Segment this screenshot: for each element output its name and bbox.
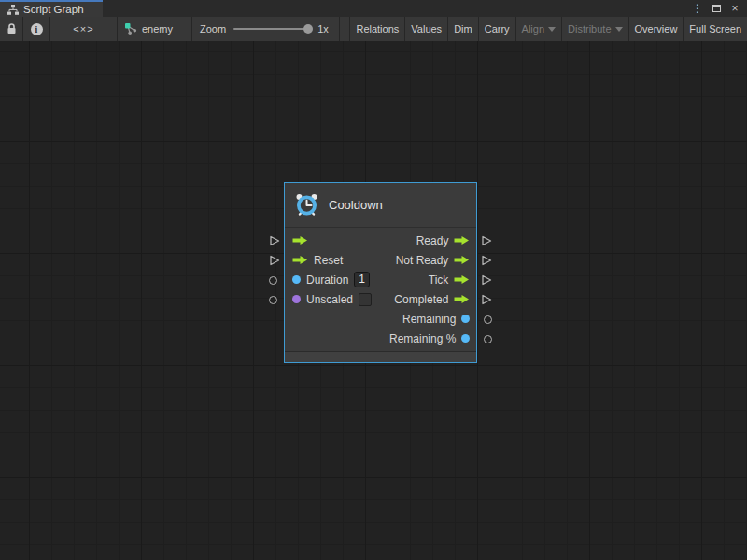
cooldown-node[interactable]: Cooldown Reset xyxy=(284,182,477,363)
node-footer xyxy=(285,351,476,362)
value-port-icon xyxy=(292,295,301,303)
overview-button[interactable]: Overview xyxy=(628,17,684,41)
info-button[interactable]: i xyxy=(23,17,50,41)
lock-button[interactable] xyxy=(0,17,23,41)
relations-button[interactable]: Relations xyxy=(349,17,404,41)
dim-button[interactable]: Dim xyxy=(447,17,478,41)
port-row-reset[interactable]: Reset xyxy=(285,250,382,270)
close-icon[interactable]: × xyxy=(728,2,741,15)
flow-arrow-icon xyxy=(454,235,470,245)
zoom-slider[interactable] xyxy=(233,28,310,30)
chevron-down-icon xyxy=(615,27,623,32)
window-menu-icon[interactable]: ⋮ xyxy=(691,2,704,15)
carry-button[interactable]: Carry xyxy=(478,17,515,41)
window-controls: ⋮ × xyxy=(691,0,747,17)
tab-label: Script Graph xyxy=(23,4,84,15)
port-row-not-ready[interactable]: Not Ready xyxy=(382,250,477,270)
tab-script-graph[interactable]: Script Graph xyxy=(0,0,103,17)
code-preview-button[interactable]: <×> xyxy=(50,17,118,41)
port-row-duration[interactable]: Duration 1 xyxy=(285,270,382,289)
lock-icon xyxy=(7,23,17,35)
chevron-down-icon xyxy=(548,27,556,32)
value-port-icon xyxy=(292,275,301,284)
port-row-flow-in[interactable] xyxy=(285,231,382,250)
flow-out-socket[interactable] xyxy=(481,294,492,305)
code-icon: <×> xyxy=(73,23,93,35)
flow-arrow-icon xyxy=(454,294,470,304)
values-button[interactable]: Values xyxy=(404,17,447,41)
flow-in-socket[interactable] xyxy=(269,255,280,266)
port-row-tick[interactable]: Tick xyxy=(382,270,477,289)
graph-node-icon xyxy=(124,22,137,35)
duration-input[interactable]: 1 xyxy=(354,272,370,287)
flow-arrow-icon xyxy=(454,274,470,285)
flow-out-socket[interactable] xyxy=(481,255,492,266)
value-out-socket[interactable] xyxy=(484,335,492,343)
zoom-label: Zoom xyxy=(200,23,226,35)
zoom-control: Zoom 1x xyxy=(192,17,340,41)
unscaled-checkbox[interactable] xyxy=(359,293,372,306)
value-in-socket[interactable] xyxy=(269,296,277,304)
script-graph-window: Script Graph ⋮ × i <×> xyxy=(0,0,747,560)
flow-in-socket[interactable] xyxy=(269,235,280,246)
port-row-ready[interactable]: Ready xyxy=(382,231,477,250)
zoom-value: 1x xyxy=(317,23,329,35)
value-port-icon xyxy=(461,315,470,323)
align-button: Align xyxy=(515,17,561,41)
node-title: Cooldown xyxy=(329,198,383,212)
alarm-clock-icon xyxy=(294,192,319,217)
info-icon: i xyxy=(31,23,43,35)
input-ports: Reset Duration 1 Unscaled xyxy=(285,231,382,348)
graph-hierarchy-icon xyxy=(7,5,19,15)
flow-out-socket[interactable] xyxy=(481,274,492,286)
toolbar-buttons: Relations Values Dim Carry Align Distrib… xyxy=(349,17,747,41)
full-screen-button[interactable]: Full Screen xyxy=(683,17,747,41)
flow-arrow-icon xyxy=(454,255,470,265)
node-header[interactable]: Cooldown xyxy=(285,183,476,228)
value-in-socket[interactable] xyxy=(269,276,277,285)
breadcrumb-label: enemy xyxy=(142,23,173,35)
distribute-button: Distribute xyxy=(561,17,627,41)
port-row-remaining-pct[interactable]: Remaining % xyxy=(382,329,477,348)
flow-arrow-icon xyxy=(292,235,308,245)
graph-toolbar: i <×> enemy Zoom 1x Relations xyxy=(0,17,747,41)
breadcrumb[interactable]: enemy xyxy=(118,17,192,41)
node-body: Reset Duration 1 Unscaled Re xyxy=(285,228,476,348)
zoom-slider-handle[interactable] xyxy=(303,24,313,34)
tab-bar: Script Graph ⋮ × xyxy=(0,0,747,17)
output-ports: Ready Not Ready Tick xyxy=(382,231,477,348)
port-row-unscaled[interactable]: Unscaled xyxy=(285,289,382,309)
graph-canvas[interactable]: Cooldown Reset xyxy=(0,41,747,560)
flow-arrow-icon xyxy=(292,255,308,265)
flow-out-socket[interactable] xyxy=(481,235,492,246)
port-row-completed[interactable]: Completed xyxy=(382,289,477,309)
value-out-socket[interactable] xyxy=(484,315,492,324)
maximize-icon[interactable] xyxy=(710,2,723,15)
value-port-icon xyxy=(461,334,470,343)
port-row-remaining[interactable]: Remaining xyxy=(382,309,477,329)
